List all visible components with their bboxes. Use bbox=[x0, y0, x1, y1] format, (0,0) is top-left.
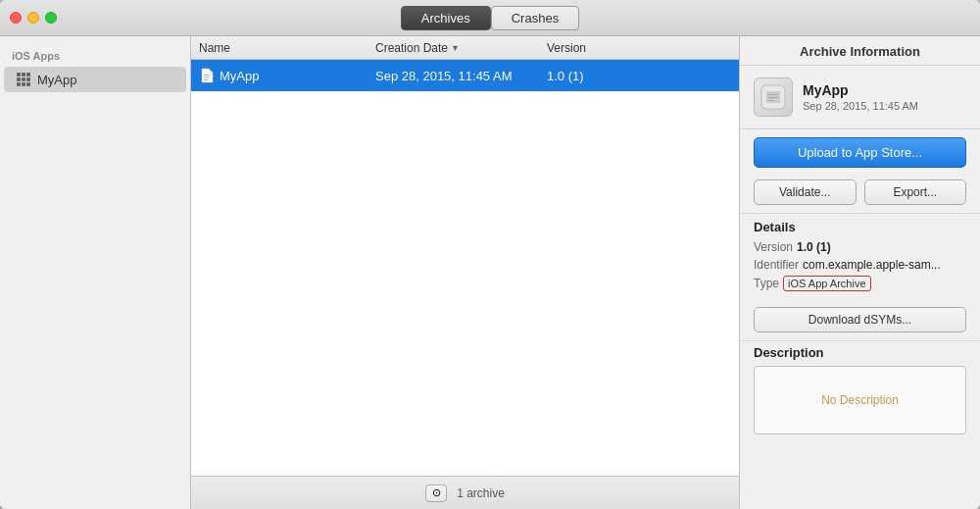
sidebar-item-label: MyApp bbox=[37, 73, 76, 87]
traffic-lights bbox=[10, 12, 57, 24]
identifier-label: Identifier bbox=[754, 258, 799, 272]
archive-count-label: 1 archive bbox=[457, 486, 505, 500]
file-icon bbox=[199, 68, 215, 83]
app-info-section: MyApp Sep 28, 2015, 11:45 AM bbox=[740, 66, 980, 129]
detail-type-row: Type iOS App Archive bbox=[754, 276, 966, 291]
app-name-text: MyApp bbox=[803, 82, 918, 98]
description-title: Description bbox=[754, 345, 966, 360]
right-panel: Archive Information MyApp Sep 28, 2015, … bbox=[740, 36, 980, 509]
app-name-info: MyApp Sep 28, 2015, 11:45 AM bbox=[803, 82, 918, 112]
description-placeholder: No Description bbox=[821, 393, 899, 407]
file-name-cell: MyApp bbox=[199, 68, 375, 83]
file-list-footer: ⊙ 1 archive bbox=[191, 476, 739, 509]
close-button[interactable] bbox=[10, 12, 22, 24]
svg-rect-2 bbox=[204, 79, 208, 80]
upload-section: Upload to App Store... bbox=[740, 129, 980, 176]
export-button[interactable]: Export... bbox=[864, 179, 967, 205]
app-date-text: Sep 28, 2015, 11:45 AM bbox=[803, 100, 918, 112]
file-list-header: Name Creation Date ▼ Version bbox=[191, 36, 739, 60]
panel-title: Archive Information bbox=[740, 36, 980, 66]
detail-version-row: Version 1.0 (1) bbox=[754, 240, 966, 254]
column-header-date[interactable]: Creation Date ▼ bbox=[375, 41, 547, 55]
main-content: iOS Apps MyApp Name Cr bbox=[0, 36, 980, 509]
sidebar-item-myapp[interactable]: MyApp bbox=[4, 67, 186, 92]
maximize-button[interactable] bbox=[45, 12, 57, 24]
file-version-cell: 1.0 (1) bbox=[547, 69, 731, 83]
detail-identifier-row: Identifier com.example.apple-sam... bbox=[754, 258, 966, 272]
type-value-badge: iOS App Archive bbox=[783, 276, 871, 291]
sort-arrow-icon: ▼ bbox=[451, 43, 460, 53]
file-date-cell: Sep 28, 2015, 11:45 AM bbox=[375, 69, 547, 83]
svg-rect-0 bbox=[204, 75, 210, 76]
version-label: Version bbox=[754, 240, 793, 254]
grid-icon bbox=[16, 72, 31, 87]
circle-icon: ⊙ bbox=[432, 486, 441, 499]
description-section: Description No Description bbox=[740, 340, 980, 442]
details-title: Details bbox=[754, 220, 966, 234]
tab-group: Archives Crashes bbox=[401, 6, 579, 30]
main-window: Archives Crashes iOS Apps MyApp bbox=[0, 0, 980, 509]
upload-to-app-store-button[interactable]: Upload to App Store... bbox=[754, 137, 966, 168]
file-list-area: Name Creation Date ▼ Version bbox=[191, 36, 740, 509]
column-header-version[interactable]: Version bbox=[547, 41, 731, 55]
svg-rect-1 bbox=[204, 77, 210, 78]
identifier-value: com.example.apple-sam... bbox=[803, 258, 941, 272]
version-value: 1.0 (1) bbox=[797, 240, 831, 254]
validate-button[interactable]: Validate... bbox=[754, 179, 857, 205]
minimize-button[interactable] bbox=[27, 12, 39, 24]
column-header-name[interactable]: Name bbox=[199, 41, 375, 55]
app-icon bbox=[754, 77, 793, 117]
download-dsyms-button[interactable]: Download dSYMs... bbox=[754, 307, 966, 332]
sidebar: iOS Apps MyApp bbox=[0, 36, 191, 509]
sidebar-section-ios-apps: iOS Apps bbox=[0, 46, 190, 66]
details-section: Details Version 1.0 (1) Identifier com.e… bbox=[740, 213, 980, 303]
tab-crashes[interactable]: Crashes bbox=[491, 6, 579, 30]
tab-archives[interactable]: Archives bbox=[401, 6, 491, 30]
table-row[interactable]: MyApp Sep 28, 2015, 11:45 AM 1.0 (1) bbox=[191, 60, 739, 91]
titlebar: Archives Crashes bbox=[0, 0, 980, 36]
validate-export-row: Validate... Export... bbox=[740, 176, 980, 213]
description-box[interactable]: No Description bbox=[754, 366, 966, 434]
footer-action-button[interactable]: ⊙ bbox=[425, 484, 447, 502]
app-icon-svg bbox=[760, 83, 787, 111]
type-label: Type bbox=[754, 277, 779, 290]
file-list-body: MyApp Sep 28, 2015, 11:45 AM 1.0 (1) bbox=[191, 60, 739, 476]
